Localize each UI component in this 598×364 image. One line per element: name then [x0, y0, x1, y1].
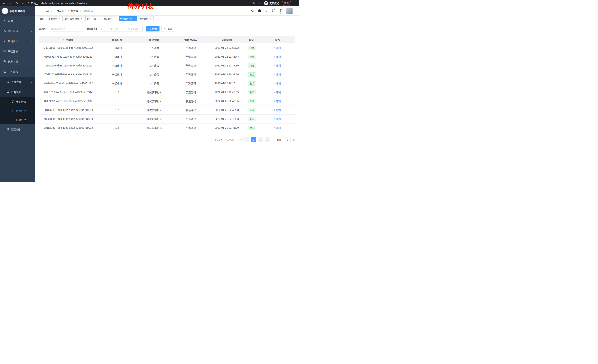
prev-page-button[interactable]: ‹: [244, 137, 249, 142]
table-row: 725a1eb6-7b88-11ec-8ef0-acde48001122 一级审…: [39, 61, 295, 70]
page-button-2[interactable]: 2: [258, 137, 263, 142]
col-starter: 流程发起人: [172, 36, 209, 43]
close-icon[interactable]: ×: [149, 17, 152, 20]
page-button-1[interactable]: 1: [251, 137, 256, 142]
close-icon[interactable]: ×: [133, 17, 135, 20]
cell-action: ✎ 审批: [259, 61, 295, 70]
sidebar-item-todo-task[interactable]: 待办任务: [0, 106, 35, 115]
briefcase-icon: [3, 70, 6, 73]
breadcrumb-workflow[interactable]: 工作流程: [54, 9, 64, 13]
tab-form-edit[interactable]: 流程表单-编辑 ×: [64, 16, 84, 21]
cell-process: OA 请假: [136, 43, 172, 52]
sidebar-item-task-mgmt[interactable]: 任务管理: [0, 87, 35, 97]
approve-link[interactable]: ✎ 审批: [274, 117, 281, 121]
range-separator: -: [123, 27, 123, 30]
logo-avatar: [2, 8, 8, 14]
select-caret-icon: [239, 139, 241, 140]
cell-process: 测试多审批人: [136, 123, 172, 132]
approve-link[interactable]: ✎ 审批: [274, 55, 281, 58]
forward-icon[interactable]: →: [8, 1, 12, 5]
approve-link[interactable]: ✎ 审批: [274, 73, 281, 76]
breadcrumb-task-mgmt[interactable]: 任务管理: [68, 9, 79, 13]
sidebar-item-system[interactable]: 系统管理: [0, 26, 35, 36]
reload-icon[interactable]: ↻: [15, 1, 18, 5]
tab-start-process[interactable]: 发起流程 ×: [47, 16, 63, 21]
tab-my-process[interactable]: 我的流程 ×: [102, 16, 118, 21]
page-size-select[interactable]: 10条/页: [225, 137, 242, 142]
approve-link[interactable]: ✎ 审批: [274, 64, 281, 67]
total-count: 共 16 条: [214, 138, 223, 141]
update-button[interactable]: 更新: [282, 1, 291, 6]
close-icon[interactable]: ×: [80, 17, 83, 20]
close-icon[interactable]: ×: [114, 17, 116, 20]
incognito-icon: [264, 1, 268, 5]
approve-link[interactable]: ✎ 审批: [274, 126, 281, 129]
active-dot: [120, 18, 122, 19]
page-content: 流程名 创建时间 开始日期 - 结束日期 搜索 ↻ 重置: [35, 22, 299, 182]
sidebar-item-home[interactable]: 首页: [0, 16, 35, 26]
todo-task-table: 任务编号 任务名称 所属流程 流程发起人 创建时间 状态 操作 73211d9d…: [39, 36, 295, 132]
search-icon: [148, 28, 151, 30]
sidebar-item-devtools[interactable]: 研发工具: [0, 56, 35, 66]
chevron-down-icon: [31, 81, 33, 83]
sidebar-item-leave-query[interactable]: 请假查询: [0, 124, 35, 134]
close-icon[interactable]: ×: [58, 17, 61, 20]
approve-link[interactable]: ✎ 审批: [274, 90, 281, 94]
table-row: 069c6a63-7b8a-11ec-8ef0-acde48001122 一级审…: [39, 52, 295, 61]
search-button[interactable]: 搜索: [146, 26, 159, 32]
approve-link[interactable]: ✎ 审批: [274, 99, 281, 103]
process-name-input[interactable]: [49, 26, 82, 32]
edit-icon: ✎: [274, 126, 275, 129]
chevron-down-icon: [31, 40, 33, 42]
tab-process-detail[interactable]: 流程详情 ×: [138, 16, 154, 21]
cell-starter: 芋道源码: [172, 114, 209, 123]
cell-task-id: 75d72608-7b7f-11ec-a3c8-acde48001122: [39, 70, 98, 79]
cell-created: 2022-01-21 22:43:55: [209, 97, 244, 105]
reset-button[interactable]: ↻ 重置: [161, 26, 175, 32]
close-icon[interactable]: ×: [97, 17, 100, 20]
cell-task-id: 580e1b3d-7ac8-11ec-a9e2-a2380e71991a: [39, 114, 98, 123]
approve-link[interactable]: ✎ 审批: [274, 46, 281, 50]
tab-todo-task[interactable]: 待办任务 ×: [119, 16, 137, 21]
password-key-icon[interactable]: [252, 1, 256, 5]
cell-task-id: 73211d9d-7b9b-11ec-b5b7-acde48001122: [39, 43, 98, 52]
app-logo[interactable]: 芋道管理系统: [0, 6, 35, 16]
browser-menu-icon[interactable]: ⋮: [294, 1, 297, 5]
sidebar-item-payment[interactable]: ¥ 支付管理: [0, 36, 35, 46]
sidebar-item-workflow[interactable]: 工作流程: [0, 66, 35, 77]
sidebar-item-done-task[interactable]: 已办任务: [0, 115, 35, 124]
date-range-picker[interactable]: 开始日期 - 结束日期: [100, 26, 143, 32]
tab-home[interactable]: 首页: [38, 16, 46, 21]
process-name-label: 流程名: [39, 27, 47, 31]
back-icon[interactable]: ←: [2, 1, 6, 5]
approve-link[interactable]: ✎ 审批: [274, 108, 281, 112]
home-icon[interactable]: ⌂: [21, 1, 25, 5]
address-bar[interactable]: ⚠ 不安全 dashboard.yudao.iocoder.cn/bpm/tas…: [27, 1, 87, 5]
github-icon[interactable]: [258, 9, 261, 13]
font-size-icon[interactable]: TT: [279, 9, 282, 13]
bookmark-star-icon[interactable]: ☆: [258, 1, 261, 5]
browser-chrome: ← → ↻ ⌂ ⚠ 不安全 dashboard.yudao.iocoder.cn…: [0, 0, 299, 6]
cell-starter: 芋道源码: [172, 43, 209, 52]
approve-link[interactable]: ✎ 审批: [274, 81, 281, 85]
tab-done-task[interactable]: 已办任务 ×: [85, 16, 101, 21]
cell-process: OA 请假: [136, 52, 172, 61]
double-check-icon: [11, 118, 14, 121]
cell-process: 测试多审批人: [136, 114, 172, 123]
cell-action: ✎ 审批: [259, 123, 295, 132]
cell-status: 激活: [244, 114, 259, 123]
next-page-button[interactable]: ›: [265, 137, 270, 142]
sidebar-item-my-process[interactable]: 我的流程: [0, 97, 35, 106]
cell-task-name: 1.2: [98, 88, 136, 97]
user-avatar-menu[interactable]: [286, 8, 295, 14]
help-icon[interactable]: ?: [265, 9, 268, 13]
sidebar-item-infra[interactable]: 基础设施: [0, 46, 35, 56]
goto-page-input[interactable]: [284, 137, 291, 142]
search-icon[interactable]: [251, 9, 254, 13]
breadcrumb-home[interactable]: 首页: [44, 9, 50, 13]
end-date-placeholder: 结束日期: [125, 27, 141, 31]
breadcrumb: 首页 / 工作流程 / 任务管理 / 待办任务: [44, 9, 93, 13]
sidebar-item-process-mgmt[interactable]: 流程管理: [0, 77, 35, 87]
collapse-sidebar-icon[interactable]: [38, 10, 42, 12]
fullscreen-icon[interactable]: [272, 9, 275, 13]
